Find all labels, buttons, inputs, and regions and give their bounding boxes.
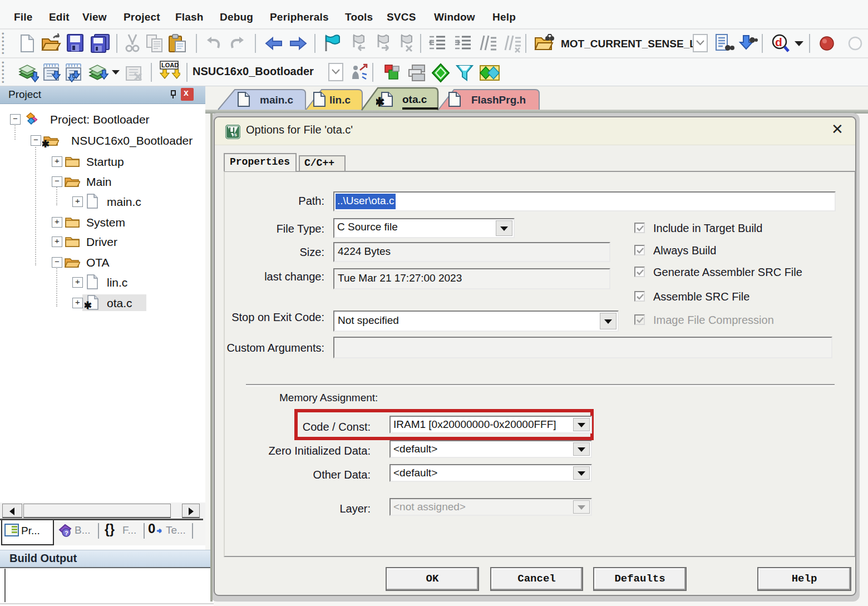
svg-text:d: d (775, 36, 782, 48)
svg-text:✱: ✱ (85, 300, 92, 310)
svg-text:LOAD: LOAD (161, 62, 179, 68)
svg-text:✱: ✱ (42, 139, 50, 147)
svg-text:s: s (234, 132, 237, 137)
svg-text:?: ? (65, 530, 68, 536)
svg-text:✱: ✱ (376, 95, 384, 108)
